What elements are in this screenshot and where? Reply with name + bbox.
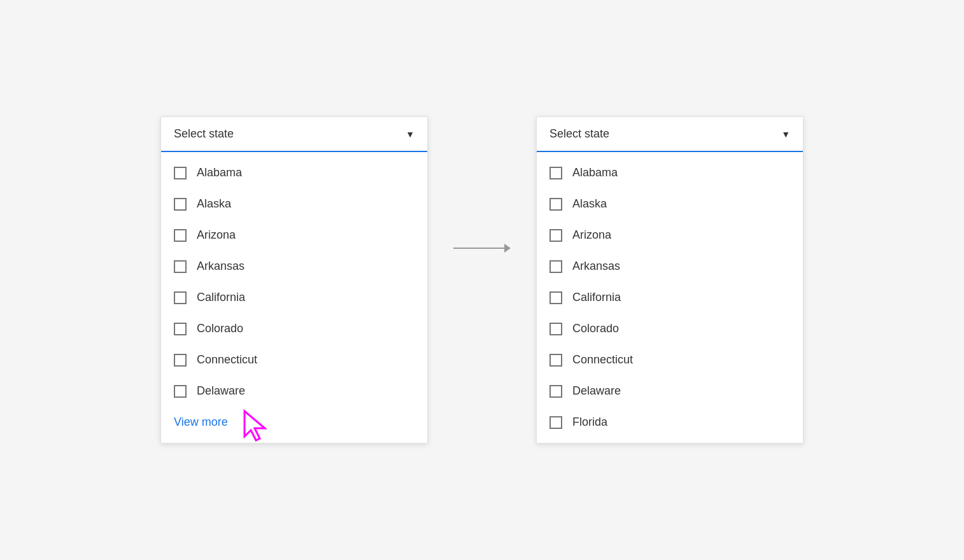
list-item[interactable]: Arizona bbox=[161, 220, 427, 251]
right-dropdown-panel: Select state ▼ Alabama Alaska Arizona Ar… bbox=[536, 116, 804, 444]
list-item[interactable]: Delaware bbox=[161, 375, 427, 407]
right-dropdown-arrow-icon: ▼ bbox=[781, 129, 790, 139]
checkbox-alaska-left[interactable] bbox=[174, 198, 187, 211]
item-label: Arizona bbox=[572, 228, 611, 242]
list-item[interactable]: Connecticut bbox=[537, 344, 803, 375]
list-item[interactable]: Alabama bbox=[537, 157, 803, 188]
item-label: Arizona bbox=[197, 228, 236, 242]
checkbox-colorado-left[interactable] bbox=[174, 323, 187, 335]
checkbox-california-left[interactable] bbox=[174, 291, 187, 304]
svg-marker-0 bbox=[245, 411, 265, 440]
left-dropdown-header[interactable]: Select state ▼ bbox=[161, 117, 427, 152]
left-dropdown-list: Alabama Alaska Arizona Arkansas Californ… bbox=[161, 152, 427, 443]
cursor-icon bbox=[242, 409, 271, 443]
item-label: Alaska bbox=[572, 197, 607, 211]
checkbox-florida-right[interactable] bbox=[549, 416, 562, 429]
checkbox-connecticut-right[interactable] bbox=[549, 354, 562, 367]
item-label: Alaska bbox=[197, 197, 231, 211]
checkbox-delaware-right[interactable] bbox=[549, 385, 562, 398]
right-dropdown-list: Alabama Alaska Arizona Arkansas Californ… bbox=[537, 152, 803, 443]
list-item[interactable]: Florida bbox=[537, 407, 803, 438]
item-label: Arkansas bbox=[572, 260, 620, 273]
list-item[interactable]: Arizona bbox=[537, 220, 803, 251]
item-label: Arkansas bbox=[197, 260, 245, 273]
view-more-link[interactable]: View more bbox=[161, 407, 241, 438]
checkbox-alaska-right[interactable] bbox=[549, 198, 562, 211]
list-item[interactable]: California bbox=[537, 282, 803, 313]
list-item[interactable]: Colorado bbox=[161, 313, 427, 344]
checkbox-alabama-left[interactable] bbox=[174, 167, 187, 179]
right-dropdown-header[interactable]: Select state ▼ bbox=[537, 117, 803, 152]
list-item[interactable]: Delaware bbox=[537, 375, 803, 407]
item-label: Connecticut bbox=[197, 353, 257, 367]
page-container: Select state ▼ Alabama Alaska Arizona Ar… bbox=[0, 91, 964, 469]
item-label: Alabama bbox=[572, 166, 618, 179]
list-item[interactable]: Alaska bbox=[537, 188, 803, 220]
left-dropdown-arrow-icon: ▼ bbox=[406, 129, 415, 139]
arrow-shaft bbox=[453, 248, 504, 249]
list-item[interactable]: Connecticut bbox=[161, 344, 427, 375]
item-label: Connecticut bbox=[572, 353, 633, 367]
list-item[interactable]: Alaska bbox=[161, 188, 427, 220]
checkbox-connecticut-left[interactable] bbox=[174, 354, 187, 367]
left-dropdown-panel: Select state ▼ Alabama Alaska Arizona Ar… bbox=[160, 116, 428, 444]
item-label: Florida bbox=[572, 416, 607, 429]
arrow-line bbox=[453, 244, 511, 253]
arrow-head bbox=[504, 244, 511, 253]
checkbox-arkansas-right[interactable] bbox=[549, 260, 562, 273]
item-label: Colorado bbox=[197, 322, 243, 335]
item-label: Alabama bbox=[197, 166, 242, 179]
left-dropdown-label: Select state bbox=[174, 127, 234, 141]
item-label: Delaware bbox=[572, 384, 621, 398]
list-item[interactable]: California bbox=[161, 282, 427, 313]
view-more-row: View more bbox=[161, 407, 427, 438]
item-label: California bbox=[572, 291, 621, 304]
item-label: Colorado bbox=[572, 322, 619, 335]
checkbox-colorado-right[interactable] bbox=[549, 323, 562, 335]
item-label: California bbox=[197, 291, 245, 304]
checkbox-arizona-right[interactable] bbox=[549, 229, 562, 242]
list-item[interactable]: Arkansas bbox=[161, 251, 427, 282]
item-label: Delaware bbox=[197, 384, 245, 398]
checkbox-delaware-left[interactable] bbox=[174, 385, 187, 398]
checkbox-arkansas-left[interactable] bbox=[174, 260, 187, 273]
checkbox-alabama-right[interactable] bbox=[549, 167, 562, 179]
checkbox-california-right[interactable] bbox=[549, 291, 562, 304]
checkbox-arizona-left[interactable] bbox=[174, 229, 187, 242]
list-item[interactable]: Alabama bbox=[161, 157, 427, 188]
list-item[interactable]: Colorado bbox=[537, 313, 803, 344]
arrow-container bbox=[428, 116, 536, 253]
list-item[interactable]: Arkansas bbox=[537, 251, 803, 282]
right-dropdown-label: Select state bbox=[549, 127, 609, 141]
